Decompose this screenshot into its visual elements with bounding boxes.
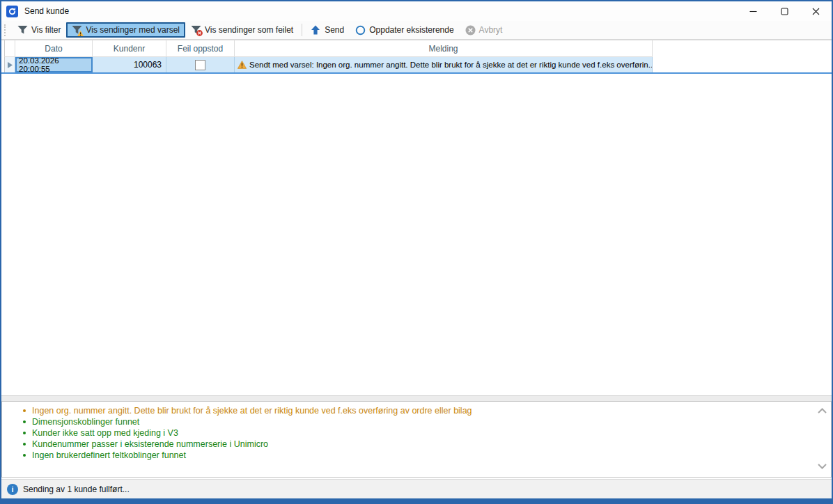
grid-header-row: Dato Kundenr Feil oppstod Melding [4,40,653,57]
log-panel: Ingen org. nummer angitt. Dette blir bru… [1,401,832,478]
log-text: Dimensjonskoblinger funnet [32,416,139,427]
log-item: Ingen brukerdefinert feltkoblinger funne… [23,450,814,461]
maximize-button[interactable] [769,1,800,21]
column-header-feil-oppstod[interactable]: Feil oppstod [166,40,235,57]
log-item: Kundenummer passer i eksisterende nummer… [23,439,814,450]
toolbar-item-label: Send [325,25,344,35]
filter-icon [17,25,28,35]
send-up-arrow-icon [311,25,321,35]
toolbar-grip[interactable] [4,24,8,36]
log-text: Ingen brukerdefinert feltkoblinger funne… [32,450,186,461]
log-item: Dimensjonskoblinger funnet [23,416,814,427]
column-header-kundenr[interactable]: Kundenr [93,40,166,57]
cell-kundenr[interactable]: 100063 [93,57,166,72]
vis-sendinger-med-varsel-button[interactable]: Vis sendinger med varsel [66,22,185,38]
titlebar: Send kunde [1,1,832,21]
cell-dato[interactable]: 20.03.2026 20:00:55 [15,57,93,72]
status-bar: i Sending av 1 kunde fullført... [1,479,832,498]
log-text: Kundenummer passer i eksisterende nummer… [32,439,268,450]
scroll-up-icon[interactable] [816,407,827,414]
window-controls [738,1,832,21]
row-selector-header-cell [4,40,15,57]
send-kunde-window: Send kunde Vis filter [0,0,833,504]
close-button[interactable] [800,1,832,21]
bullet-icon [23,432,26,434]
minimize-button[interactable] [738,1,769,21]
panel-divider [1,395,832,401]
bullet-icon [23,409,26,412]
data-grid: Dato Kundenr Feil oppstod Melding 20.03.… [4,40,653,72]
cell-feil-oppstod [166,57,235,72]
scroll-down-icon[interactable] [816,463,827,470]
table-row: 20.03.2026 20:00:55 100063 Sendt med var… [4,57,653,72]
sync-arrow-icon[interactable] [6,6,18,17]
cancel-circle-icon [465,25,476,35]
avbryt-button: Avbryt [460,22,508,38]
window-title: Send kunde [24,6,69,16]
info-icon: i [7,484,18,495]
cell-melding[interactable]: Sendt med varsel: Ingen org. nummer angi… [235,57,653,72]
toolbar-item-label: Vis sendinger med varsel [86,25,180,35]
minimize-icon [749,8,757,15]
toolbar: Vis filter Vis sendinger med varsel Vis … [1,21,832,40]
row-expand-arrow-icon [8,62,13,68]
row-separator-line [1,72,832,74]
toolbar-separator [302,24,302,36]
oppdater-eksisterende-button[interactable]: Oppdater eksisterende [350,22,459,38]
column-header-melding[interactable]: Melding [235,40,653,57]
melding-text: Sendt med varsel: Ingen org. nummer angi… [249,61,653,69]
vis-filter-button[interactable]: Vis filter [12,22,66,38]
feil-oppstod-checkbox[interactable] [195,60,205,70]
vis-sendinger-som-feilet-button[interactable]: Vis sendinger som feilet [185,22,299,38]
maximize-icon [781,8,788,15]
column-header-dato[interactable]: Dato [15,40,93,57]
log-item: Kunder ikke satt opp med kjeding i V3 [23,427,814,439]
log-text: Kunder ikke satt opp med kjeding i V3 [32,427,178,439]
bullet-icon [23,443,26,446]
toolbar-item-label: Vis filter [31,25,61,35]
status-text: Sending av 1 kunde fullført... [23,485,130,494]
toolbar-item-label: Oppdater eksisterende [369,25,453,35]
toolbar-item-label: Avbryt [479,25,503,35]
bullet-icon [23,454,26,457]
log-item: Ingen org. nummer angitt. Dette blir bru… [23,405,814,416]
toolbar-item-label: Vis sendinger som feilet [205,25,293,35]
circle-outline-icon [355,25,366,35]
log-text: Ingen org. nummer angitt. Dette blir bru… [32,405,472,416]
send-button[interactable]: Send [305,22,350,38]
filter-error-icon [191,25,201,35]
row-selector-cell[interactable] [4,57,15,72]
close-icon [812,8,820,15]
warning-triangle-icon [238,61,247,69]
bullet-icon [23,420,26,423]
filter-warning-icon [72,25,82,35]
